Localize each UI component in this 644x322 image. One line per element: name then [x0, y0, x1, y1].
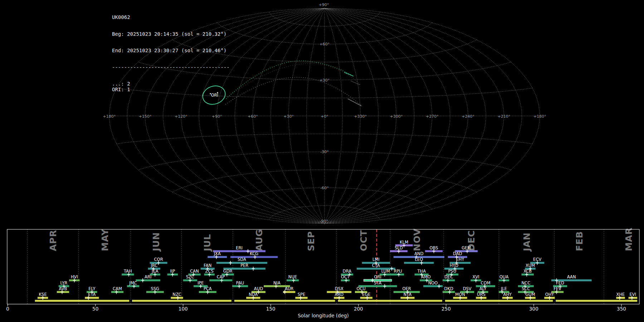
shower-label: LUM: [381, 269, 390, 274]
x-tick-label: 350: [617, 306, 626, 312]
month-label: AUG: [254, 229, 264, 251]
shower-bar: [136, 279, 160, 282]
shower-label: NUE: [288, 274, 297, 279]
shower-label: NZC: [172, 292, 181, 297]
shower-label: OHY: [545, 292, 555, 297]
shower-label: DSX: [335, 286, 343, 291]
observation-info-panel: UK0062 Beg: 20251023 20:14:35 (sol = 210…: [112, 4, 230, 103]
meteor-track-dotted: [226, 61, 353, 99]
shower-label: JXA: [214, 251, 221, 256]
shower-label: GDR: [223, 269, 233, 274]
shower-label: LYR: [60, 280, 67, 286]
shower-label: DAD: [453, 251, 462, 256]
month-label: APR: [48, 230, 58, 251]
shower-label: COR: [154, 257, 163, 262]
graticule-parallel: [217, 188, 432, 209]
shower-bar: [404, 262, 434, 264]
lat-tick-label: -30°: [320, 150, 328, 154]
shower-label: KCG: [250, 251, 258, 256]
shower-label: NDA: [249, 292, 258, 297]
shower-label: CAM: [113, 286, 122, 291]
shower-label: IIP: [170, 269, 175, 274]
lon-tick-label: +210°: [497, 114, 510, 119]
session-end: End: 20251023 23:30:27 (sol = 210.46°): [112, 48, 230, 54]
shower-label: ETA: [88, 292, 96, 297]
shower-label: EGE: [362, 292, 370, 297]
shower-label: DKD: [444, 286, 453, 291]
lon-tick-label: +120°: [175, 114, 187, 119]
base-activity-bar: [234, 300, 335, 302]
shower-label: ORI: [374, 274, 381, 279]
shower-label: GEM: [462, 245, 471, 250]
shower-label: DRA: [343, 269, 351, 274]
shower-label: EHY: [456, 257, 465, 262]
shower-label: MON: [455, 292, 465, 297]
month-label: JUL: [202, 234, 213, 252]
shower-label: SSG: [151, 286, 160, 291]
x-tick-label: 200: [354, 306, 363, 312]
x-tick-label: 0: [6, 306, 9, 312]
shower-label: PCA: [204, 286, 212, 291]
shower-label: OBS: [430, 245, 438, 250]
separator: ---------------------------------------: [112, 65, 230, 70]
lon-tick-label: +60°: [248, 114, 258, 119]
x-tick-label: 150: [266, 306, 275, 312]
shower-label: FAN: [204, 263, 211, 268]
shower-label: PER: [240, 263, 248, 268]
graticule-parallel: [217, 23, 432, 44]
month-label: OCT: [358, 230, 369, 251]
meteor-count-line: ORI: 1: [112, 87, 230, 93]
shower-label: ECV: [533, 257, 541, 262]
shower-label: EVI: [630, 292, 636, 297]
month-label: JUN: [151, 232, 161, 252]
shower-label: NOO: [428, 280, 438, 286]
shower-label: XVI: [473, 274, 479, 279]
shower-label: HYD: [450, 263, 459, 268]
shower-label: CAN: [190, 269, 199, 274]
shower-label: ARD: [335, 292, 344, 297]
x-tick-label: 250: [441, 306, 451, 312]
shower-label: XCB: [523, 269, 532, 274]
shower-label: NIA: [273, 280, 280, 286]
meteor-track-solid: [344, 72, 353, 76]
x-tick-label: 50: [92, 306, 98, 312]
shower-label: URS: [477, 292, 486, 297]
shower-label: SCC: [522, 286, 530, 291]
x-tick-label: 300: [529, 306, 538, 312]
shower-label: PSU: [448, 269, 457, 274]
shower-label: JEA: [151, 269, 158, 274]
shower-label: JLE: [501, 286, 507, 291]
shower-label: ELY: [88, 286, 96, 291]
shower-label: NTA: [404, 292, 412, 297]
lon-tick-label: +300°: [390, 114, 403, 119]
base-activity-bar: [132, 300, 231, 302]
shower-label: KLM: [400, 240, 408, 245]
shower-label: GUM: [525, 292, 535, 297]
lat-tick-label: +30°: [319, 78, 330, 83]
shower-label: OCT: [341, 274, 350, 279]
shower-label: THA: [417, 269, 426, 274]
graticule-meridian: [325, 8, 504, 224]
shower-label: SZC: [186, 274, 194, 279]
base-activity-bar: [35, 300, 130, 302]
session-begin: Beg: 20251023 20:14:35 (sol = 210.32°): [112, 31, 230, 37]
month-label: MAR: [624, 228, 634, 251]
shower-label: ARI: [145, 274, 151, 279]
shower-label: SLD: [395, 245, 403, 250]
x-axis-label: Solar longitude (deg): [298, 313, 349, 318]
base-activity-bar: [445, 300, 553, 302]
shower-label: LMI: [372, 257, 380, 262]
shower-label: SDA: [238, 257, 246, 262]
shower-label: JRC: [150, 263, 157, 268]
shower-label: COM: [481, 280, 491, 286]
shower-label: TAH: [123, 269, 132, 274]
month-label: MAY: [100, 229, 110, 251]
shower-label: FEV: [553, 286, 561, 291]
shower-label: ALY: [479, 286, 487, 291]
lon-tick-label: +240°: [462, 114, 474, 119]
shower-label: DEC: [444, 274, 453, 279]
shower-label: SPE: [298, 292, 306, 297]
shower-label: OCU: [356, 286, 366, 291]
lon-tick-label: +270°: [426, 114, 439, 119]
shower-label: AND: [414, 251, 423, 256]
